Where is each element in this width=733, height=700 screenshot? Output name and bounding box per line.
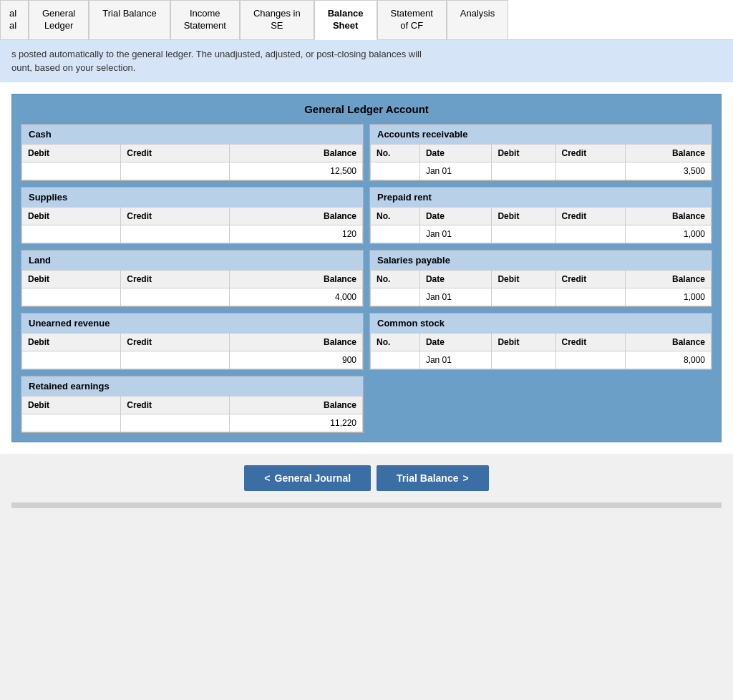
table-row: Jan 01 8,000 <box>371 351 712 369</box>
re-credit <box>121 414 230 432</box>
land-credit <box>121 288 230 306</box>
land-col-debit: Debit <box>22 270 121 288</box>
account-cash-header: Cash <box>21 125 363 144</box>
cs-col-balance: Balance <box>626 333 712 351</box>
bottom-nav: < General Journal Trial Balance > <box>0 454 733 502</box>
account-salaries-payable-header: Salaries payable <box>370 251 712 270</box>
tab-analysis[interactable]: Analysis <box>447 0 508 39</box>
pr-col-credit: Credit <box>555 207 626 225</box>
tab-changes-in-se[interactable]: Changes inSE <box>240 0 314 39</box>
supplies-col-credit: Credit <box>121 207 230 225</box>
ar-col-balance: Balance <box>626 144 712 162</box>
sp-credit <box>555 288 626 306</box>
ur-credit <box>121 351 230 369</box>
account-cash: Cash Debit Credit Balance 12,500 <box>21 124 364 181</box>
cs-debit <box>492 351 555 369</box>
tab-income-statement[interactable]: IncomeStatement <box>170 0 240 39</box>
prev-label: General Journal <box>275 472 351 484</box>
account-unearned-revenue-table: Debit Credit Balance 900 <box>21 333 363 369</box>
cash-col-debit: Debit <box>22 144 121 162</box>
cash-col-credit: Credit <box>121 144 230 162</box>
scrollbar[interactable] <box>11 502 722 508</box>
account-land-table: Debit Credit Balance 4,000 <box>21 270 363 306</box>
ur-col-balance: Balance <box>230 333 363 351</box>
ar-date: Jan 01 <box>419 162 492 180</box>
table-row: 11,220 <box>22 414 363 432</box>
sp-col-balance: Balance <box>626 270 712 288</box>
account-prepaid-rent: Prepaid rent No. Date Debit Credit Balan… <box>369 187 712 244</box>
account-salaries-payable: Salaries payable No. Date Debit Credit B… <box>369 250 712 307</box>
table-row: 12,500 <box>22 162 363 180</box>
next-button[interactable]: Trial Balance > <box>377 465 489 491</box>
table-row: Jan 01 3,500 <box>371 162 712 180</box>
cs-balance: 8,000 <box>626 351 712 369</box>
sp-no <box>371 288 420 306</box>
account-land: Land Debit Credit Balance 4,000 <box>21 250 364 307</box>
account-retained-earnings: Retained earnings Debit Credit Balance <box>21 376 364 433</box>
info-line1: s posted automatically to the general le… <box>11 47 722 62</box>
ar-col-date: Date <box>419 144 492 162</box>
cash-debit <box>22 162 121 180</box>
supplies-col-balance: Balance <box>230 207 363 225</box>
table-row: 900 <box>22 351 363 369</box>
sp-balance: 1,000 <box>626 288 712 306</box>
supplies-credit <box>121 225 230 243</box>
account-common-stock-table: No. Date Debit Credit Balance Jan 01 <box>370 333 712 369</box>
account-ar: Accounts receivable No. Date Debit Credi… <box>369 124 712 181</box>
table-row: Jan 01 1,000 <box>371 288 712 306</box>
account-prepaid-rent-table: No. Date Debit Credit Balance Jan 01 <box>370 207 712 243</box>
ledger-title: General Ledger Account <box>21 103 712 115</box>
ur-balance: 900 <box>230 351 363 369</box>
land-balance: 4,000 <box>230 288 363 306</box>
sp-col-credit: Credit <box>555 270 626 288</box>
account-cash-table: Debit Credit Balance 12,500 <box>21 144 363 180</box>
ar-col-debit: Debit <box>492 144 555 162</box>
cs-col-date: Date <box>419 333 492 351</box>
cs-col-credit: Credit <box>555 333 626 351</box>
pr-col-debit: Debit <box>492 207 555 225</box>
land-debit <box>22 288 121 306</box>
ur-debit <box>22 351 121 369</box>
pr-col-no: No. <box>371 207 420 225</box>
cs-no <box>371 351 420 369</box>
re-col-balance: Balance <box>230 396 363 414</box>
ar-balance: 3,500 <box>626 162 712 180</box>
supplies-debit <box>22 225 121 243</box>
tab-trial-balance[interactable]: Trial Balance <box>89 0 170 39</box>
account-ar-header: Accounts receivable <box>370 125 712 144</box>
pr-no <box>371 225 420 243</box>
sp-col-debit: Debit <box>492 270 555 288</box>
re-balance: 11,220 <box>230 414 363 432</box>
ur-col-credit: Credit <box>121 333 230 351</box>
pr-date: Jan 01 <box>419 225 492 243</box>
ar-no <box>371 162 420 180</box>
info-line2: ount, based on your selection. <box>11 61 722 75</box>
cs-col-no: No. <box>371 333 420 351</box>
next-label: Trial Balance <box>397 472 458 484</box>
account-ar-table: No. Date Debit Credit Balance Jan 01 <box>370 144 712 180</box>
re-col-credit: Credit <box>121 396 230 414</box>
supplies-balance: 120 <box>230 225 363 243</box>
account-salaries-payable-table: No. Date Debit Credit Balance Jan 01 <box>370 270 712 306</box>
ar-debit <box>492 162 555 180</box>
pr-col-balance: Balance <box>626 207 712 225</box>
table-row: 4,000 <box>22 288 363 306</box>
pr-balance: 1,000 <box>626 225 712 243</box>
tab-partial-al[interactable]: alal <box>0 0 29 39</box>
cash-col-balance: Balance <box>230 144 363 162</box>
tab-statement-of-cf[interactable]: Statementof CF <box>377 0 447 39</box>
account-common-stock: Common stock No. Date Debit Credit Balan… <box>369 313 712 370</box>
sp-col-date: Date <box>419 270 492 288</box>
tab-general-ledger[interactable]: GeneralLedger <box>29 0 89 39</box>
cs-credit <box>555 351 626 369</box>
info-banner: s posted automatically to the general le… <box>0 40 733 82</box>
main-content: General Ledger Account Cash Debit Credit… <box>0 82 733 454</box>
ar-col-credit: Credit <box>555 144 626 162</box>
prev-button[interactable]: < General Journal <box>244 465 371 491</box>
cash-balance: 12,500 <box>230 162 363 180</box>
account-prepaid-rent-header: Prepaid rent <box>370 188 712 207</box>
account-unearned-revenue-header: Unearned revenue <box>21 313 363 333</box>
re-debit <box>22 414 121 432</box>
prev-icon: < <box>264 472 270 484</box>
tab-balance-sheet[interactable]: BalanceSheet <box>314 0 377 40</box>
